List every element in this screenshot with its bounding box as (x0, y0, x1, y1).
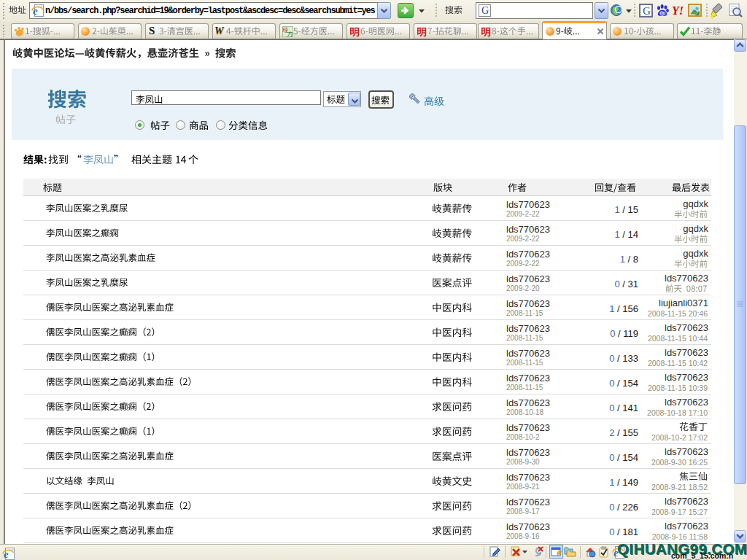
svg-text:du: du (659, 10, 665, 15)
